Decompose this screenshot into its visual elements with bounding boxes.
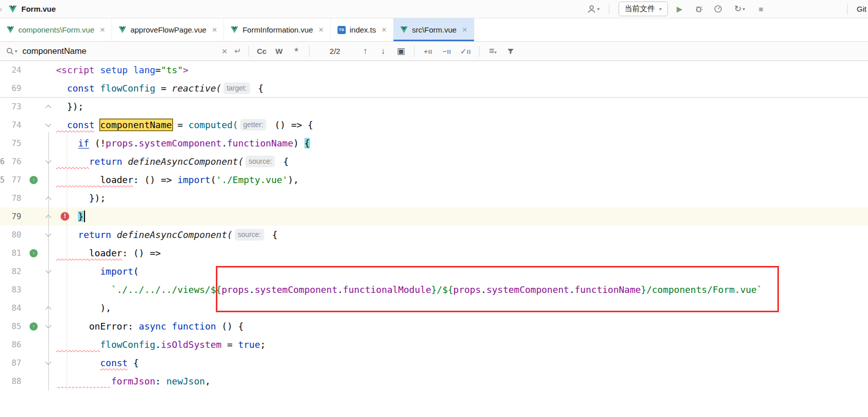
code-line-81[interactable]: 81↑ loader: () => (0, 244, 868, 262)
tab-approveflowpage.vue[interactable]: approveFlowPage.vue× (112, 18, 224, 41)
gauge-icon (714, 5, 722, 13)
typescript-file-icon: TS (338, 26, 346, 34)
fold-up-icon[interactable] (45, 105, 51, 110)
code-token: formJson (111, 376, 155, 386)
code-token: newJson (166, 376, 205, 386)
code-token: . (133, 138, 139, 148)
code-token: "ts" (161, 65, 183, 75)
gutter-fold-column (42, 317, 56, 336)
add-occurrence-button[interactable]: +ıı (418, 47, 437, 55)
code-token: systemComponent (255, 284, 338, 295)
line-number: 73 (6, 98, 25, 116)
code-line-83[interactable]: 83 `./../../../views/${props.systemCompo… (0, 281, 868, 299)
whole-words-toggle[interactable]: W (270, 47, 288, 55)
lines-icon: ≡ (489, 46, 494, 56)
run-config-selector[interactable]: 当前文件 ▾ (619, 2, 668, 16)
search-icon[interactable]: ▾ (6, 47, 17, 55)
code-token: isOldSystem (161, 339, 221, 350)
code-line-69[interactable]: 69 const flowConfig = reactive(target: { (0, 79, 868, 98)
code-token: > (183, 65, 188, 75)
gutter-arrow-icon[interactable]: ↑ (30, 249, 38, 257)
previous-occurrence-button[interactable]: ↑ (356, 46, 374, 56)
code-token: = (155, 65, 161, 75)
git-widget[interactable]: Git (857, 5, 866, 13)
code-line-88[interactable]: 88 formJson: newJson, (0, 372, 868, 391)
code-token: /components/Form.vue` (647, 284, 763, 295)
tab-close-icon[interactable]: × (381, 25, 386, 34)
code-token: = (172, 120, 189, 130)
code-line-80[interactable]: 80 return defineAsyncComponent(source: { (0, 226, 868, 244)
divider (847, 4, 848, 15)
code-token: systemComponent (486, 284, 569, 295)
gutter-fold-column (42, 61, 56, 79)
code-line-85[interactable]: 85↑ onError: async function () { (0, 317, 868, 336)
code-line-24[interactable]: 24<script setup lang="ts"> (0, 61, 868, 79)
debug-button[interactable] (691, 5, 707, 13)
gutter-fold-column (42, 372, 56, 391)
profiler-button[interactable] (711, 5, 726, 13)
code-token: `./../../../views/ (111, 284, 210, 295)
gutter-fold-column (42, 281, 56, 299)
code-token (95, 65, 100, 75)
run-button[interactable]: ▶ (672, 5, 687, 14)
line-number: 78 (6, 189, 25, 207)
tab-close-icon[interactable]: × (100, 25, 105, 34)
search-input[interactable]: ▾ componentName × ↵ (6, 46, 244, 57)
code-line-86[interactable]: 86 flowConfig.isOldSystem = true; (0, 336, 868, 354)
tab-label: index.ts (350, 25, 376, 34)
error-icon[interactable]: ! (61, 212, 69, 221)
code-line-87[interactable]: 87 const { (0, 354, 868, 372)
code-line-77[interactable]: 577↑ loader: () => import('./Empty.vue')… (0, 171, 868, 189)
match-case-toggle[interactable]: Cc (253, 47, 270, 55)
gutter-arrow-icon[interactable]: ↑ (30, 322, 38, 331)
gutter-vcs-column (25, 79, 42, 98)
next-occurrence-button[interactable]: ↓ (374, 46, 392, 56)
code-line-75[interactable]: 75 if (!props.systemComponent.functionNa… (0, 134, 868, 153)
chevron-down-icon: ▾ (597, 6, 600, 12)
code-line-73[interactable]: 73 }); (0, 98, 868, 116)
user-account-button[interactable]: ▾ (587, 5, 600, 14)
gutter-fold-column (42, 354, 56, 372)
code-token: { (277, 156, 289, 167)
code-editor[interactable]: 24<script setup lang="ts">69 const flowC… (0, 61, 868, 417)
gutter-fold-column (42, 336, 56, 354)
search-options-button[interactable]: ≡▾ (484, 46, 502, 56)
code-token (111, 229, 117, 240)
tab-close-icon[interactable]: × (212, 25, 217, 34)
code-text: `./../../../views/${props.systemComponen… (56, 281, 868, 299)
gutter-fold-column (42, 262, 56, 281)
bug-icon (694, 5, 703, 13)
code-line-78[interactable]: 78 }); (0, 189, 868, 207)
stop-button[interactable]: ■ (753, 5, 769, 13)
code-line-82[interactable]: 82 import( (0, 262, 868, 281)
newline-icon[interactable]: ↵ (231, 46, 244, 56)
rerun-button[interactable]: ↻ ▾ (730, 4, 749, 14)
regex-toggle[interactable]: * (288, 49, 305, 54)
filter-button[interactable] (502, 47, 519, 55)
tab-src-form.vue[interactable]: src\Form.vue× (394, 18, 474, 41)
code-line-84[interactable]: 84 ), (0, 299, 868, 317)
code-line-76[interactable]: 676 return defineAsyncComponent(source: … (0, 153, 868, 171)
window-title: Form.vue (21, 5, 56, 13)
open-in-find-window-button[interactable]: ▣ (392, 46, 410, 56)
tab-close-icon[interactable]: × (462, 25, 467, 34)
code-token: loader (100, 174, 133, 185)
code-token: ( (210, 174, 216, 185)
code-text: formJson: newJson, (56, 372, 868, 391)
clear-search-icon[interactable]: × (218, 46, 231, 57)
toolbar-right: ▾ 当前文件 ▾ ▶ ↻ ▾ ■ Git (587, 2, 868, 16)
line-number: 76 (6, 153, 25, 171)
code-token (56, 83, 67, 94)
tab-close-icon[interactable]: × (319, 25, 324, 34)
search-query-text[interactable]: componentName (22, 46, 218, 56)
tab-components-form.vue[interactable]: components\Form.vue× (0, 18, 112, 41)
gutter-arrow-icon[interactable]: ↑ (30, 176, 38, 184)
tab-forminformation.vue[interactable]: FormInformation.vue× (224, 18, 330, 41)
tab-index.ts[interactable]: TSindex.ts× (331, 18, 394, 41)
code-line-74[interactable]: 74 const componentName = computed(getter… (0, 116, 868, 134)
remove-occurrence-button[interactable]: −ıı (437, 47, 456, 55)
select-all-occurrences-button[interactable]: ✓ıı (456, 47, 475, 56)
code-line-79[interactable]: 79! } (0, 207, 868, 226)
fold-down-icon[interactable] (45, 121, 51, 127)
line-number: 86 (6, 336, 25, 354)
